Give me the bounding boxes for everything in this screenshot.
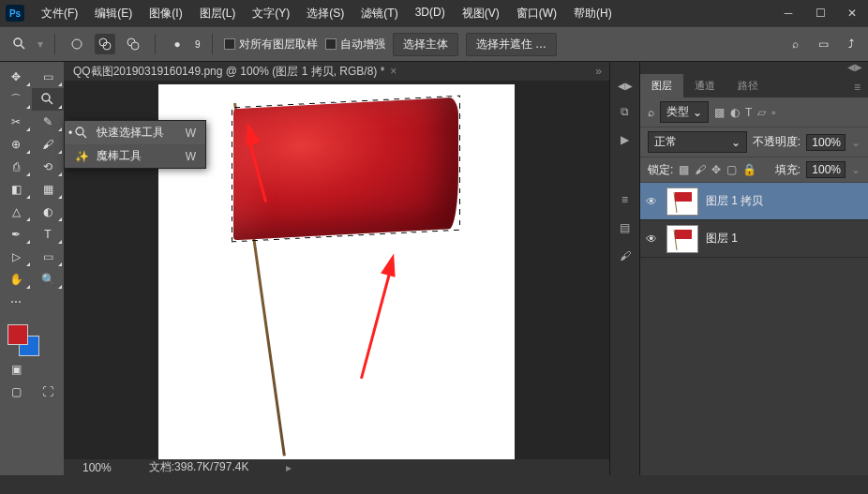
document-tab[interactable]: QQ截图20190319160149.png @ 100% (图层 1 拷贝, …	[73, 64, 384, 80]
type-tool[interactable]: T	[32, 223, 64, 246]
flyout-magic-wand[interactable]: ✨ 魔棒工具 W	[65, 144, 205, 168]
share-icon[interactable]: ⤴	[844, 37, 859, 52]
select-subject-button[interactable]: 选择主体	[393, 33, 458, 56]
brushes-panel-icon[interactable]: 🖌	[618, 248, 633, 263]
close-tab-icon[interactable]: ×	[390, 65, 397, 78]
workspace-icon[interactable]: ▭	[816, 37, 831, 52]
panel-menu-icon[interactable]: ≡	[846, 77, 868, 97]
properties-panel-icon[interactable]: ≡	[618, 192, 633, 207]
foreground-color[interactable]	[7, 324, 28, 345]
layer-thumbnail[interactable]	[666, 225, 698, 253]
search-icon[interactable]: ⌕	[648, 106, 654, 119]
blend-mode-dropdown[interactable]: 正常⌄	[648, 131, 747, 153]
visibility-toggle-icon[interactable]: 👁	[646, 232, 659, 246]
search-icon[interactable]: ⌕	[787, 37, 802, 52]
menu-3d[interactable]: 3D(D)	[408, 2, 453, 25]
layer-item[interactable]: 👁 图层 1 拷贝	[640, 183, 868, 220]
quick-selection-icon	[74, 126, 89, 141]
path-selection-tool[interactable]: ▷	[0, 246, 32, 268]
brush-preset-icon[interactable]: ●	[167, 34, 187, 54]
layer-thumbnail[interactable]	[666, 187, 698, 216]
auto-enhance-checkbox[interactable]: 自动增强	[325, 37, 385, 52]
menu-help[interactable]: 帮助(H)	[566, 2, 620, 25]
tab-paths[interactable]: 路径	[726, 74, 770, 97]
close-button[interactable]: ✕	[836, 0, 868, 26]
eyedropper-tool[interactable]: ✎	[32, 111, 64, 133]
lock-transparency-icon[interactable]: ▩	[679, 163, 689, 176]
blur-tool[interactable]: △	[0, 201, 32, 223]
tab-menu-icon[interactable]: »	[595, 65, 602, 78]
flyout-quick-selection[interactable]: 快速选择工具 W	[65, 121, 205, 144]
fill-input[interactable]: 100%	[806, 161, 846, 178]
filter-shape-icon[interactable]: ▱	[757, 106, 766, 119]
filter-adjustment-icon[interactable]: ◐	[730, 106, 740, 119]
minimize-button[interactable]: ─	[772, 0, 804, 26]
quick-selection-tool[interactable]	[32, 88, 64, 111]
menu-view[interactable]: 视图(V)	[455, 2, 507, 25]
gradient-tool[interactable]: ▦	[32, 178, 64, 201]
color-swatches[interactable]	[0, 321, 64, 358]
rectangle-tool[interactable]: ▭	[32, 246, 64, 268]
visibility-toggle-icon[interactable]: 👁	[646, 195, 659, 208]
maximize-button[interactable]: ☐	[804, 0, 836, 26]
menu-edit[interactable]: 编辑(E)	[87, 2, 140, 25]
filter-type-icon[interactable]: T	[745, 106, 752, 119]
lasso-tool[interactable]: ⌒	[0, 88, 32, 111]
sample-all-layers-checkbox[interactable]: 对所有图层取样	[224, 37, 318, 52]
current-tool-icon[interactable]	[9, 34, 30, 54]
menu-select[interactable]: 选择(S)	[299, 2, 352, 25]
lock-label: 锁定:	[648, 162, 673, 178]
layer-item[interactable]: 👁 图层 1	[640, 220, 868, 258]
edit-toolbar[interactable]: ⋯	[0, 291, 32, 313]
adjustments-panel-icon[interactable]: ▤	[618, 220, 633, 235]
menu-file[interactable]: 文件(F)	[34, 2, 85, 25]
flyout-shortcut: W	[186, 127, 196, 140]
quick-mask-mode[interactable]: ▣	[0, 358, 32, 381]
history-panel-icon[interactable]: ⧉	[618, 104, 633, 119]
dodge-tool[interactable]: ◐	[32, 201, 64, 223]
eraser-tool[interactable]: ◧	[0, 178, 32, 201]
menu-window[interactable]: 窗口(W)	[509, 2, 564, 25]
play-panel-icon[interactable]: ▶	[618, 132, 633, 147]
select-and-mask-button[interactable]: 选择并遮住 …	[466, 33, 557, 56]
subtract-selection-icon[interactable]	[123, 34, 143, 54]
canvas[interactable]	[158, 84, 515, 459]
filter-type-dropdown[interactable]: 类型⌄	[660, 101, 709, 123]
pen-tool[interactable]: ✒	[0, 223, 32, 246]
clone-stamp-tool[interactable]: ⎙	[0, 156, 32, 178]
move-tool[interactable]: ✥	[0, 66, 32, 88]
menu-image[interactable]: 图像(I)	[142, 2, 189, 25]
add-selection-icon[interactable]	[95, 34, 115, 54]
divider	[54, 34, 55, 54]
document-info[interactable]: 文档:398.7K/797.4K	[149, 459, 249, 475]
artboard-tool[interactable]: ▭	[32, 66, 64, 88]
lock-position-icon[interactable]: ✥	[711, 163, 721, 176]
menu-layer[interactable]: 图层(L)	[192, 2, 244, 25]
screen-mode[interactable]: ▢	[0, 381, 32, 403]
flyout-shortcut: W	[186, 150, 196, 163]
new-selection-icon[interactable]	[67, 34, 87, 54]
brush-tool[interactable]: 🖌	[32, 133, 64, 156]
lock-all-icon[interactable]: 🔒	[742, 163, 756, 176]
opacity-label: 不透明度:	[753, 134, 801, 150]
tab-channels[interactable]: 通道	[683, 74, 726, 97]
history-brush-tool[interactable]: ⟲	[32, 156, 64, 178]
filter-pixel-icon[interactable]: ▩	[714, 106, 725, 119]
filter-smart-icon[interactable]: ▫	[771, 106, 775, 119]
lock-pixels-icon[interactable]: 🖌	[695, 163, 706, 176]
healing-brush-tool[interactable]: ⊕	[0, 133, 32, 156]
hand-tool[interactable]: ✋	[0, 268, 32, 291]
layer-name[interactable]: 图层 1	[706, 231, 738, 247]
menu-type[interactable]: 文字(Y)	[245, 2, 297, 25]
collapse-icon[interactable]: ◀▶	[618, 81, 633, 91]
screen-mode-alt[interactable]: ⛶	[32, 381, 64, 403]
crop-tool[interactable]: ✂	[0, 111, 32, 133]
lock-artboard-icon[interactable]: ▢	[726, 163, 737, 176]
zoom-tool[interactable]: 🔍	[32, 268, 64, 291]
tab-layers[interactable]: 图层	[640, 74, 683, 97]
opacity-input[interactable]: 100%	[806, 134, 846, 151]
zoom-level[interactable]: 100%	[82, 461, 112, 474]
panel-collapse-icon[interactable]: ◀▶	[640, 62, 868, 73]
layer-name[interactable]: 图层 1 拷贝	[706, 193, 763, 209]
menu-filter[interactable]: 滤镜(T)	[353, 2, 405, 25]
